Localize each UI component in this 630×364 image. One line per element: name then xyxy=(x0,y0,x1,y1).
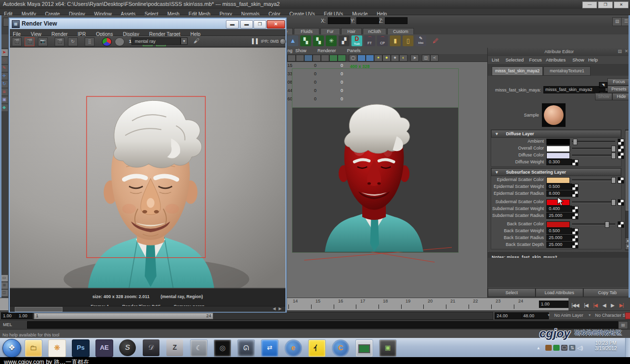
renderer-dropdown[interactable]: mental ray xyxy=(131,37,181,45)
epidermal-color-swatch[interactable] xyxy=(546,177,570,183)
tray-volume-icon[interactable]: ◁) xyxy=(577,345,583,351)
current-frame-input[interactable]: 1.00 xyxy=(539,301,568,308)
paint-select-icon[interactable]: ✎ xyxy=(0,65,8,72)
gate-mask-icon[interactable] xyxy=(321,55,329,61)
backscatter-radius-map-button[interactable] xyxy=(572,235,578,242)
separations-icon[interactable]: ≺ xyxy=(430,55,439,61)
diffuse-color-slider[interactable] xyxy=(572,154,615,156)
taskbar-camtasia-icon[interactable]: S xyxy=(119,339,136,356)
taskbar-firefox-2-icon[interactable]: C xyxy=(332,339,349,357)
taskbar-aftereffects-icon[interactable]: AE xyxy=(95,339,113,357)
taskbar-graphics-tool-icon[interactable] xyxy=(355,339,373,357)
taskbar-camcorder-icon[interactable]: ▣ xyxy=(379,339,397,357)
mel-label[interactable]: MEL xyxy=(3,322,12,327)
shelf-icon-hist[interactable]: ✎ Hist xyxy=(415,35,426,46)
presets-button[interactable]: Presets xyxy=(607,86,630,93)
render-region-icon[interactable]: 🎬 xyxy=(25,37,34,46)
mel-command-input[interactable] xyxy=(27,321,619,329)
shelf-icon-checker-4[interactable]: ▞ xyxy=(339,35,349,46)
backscatter-weight-map-button[interactable] xyxy=(572,228,578,235)
panel-menu-renderer[interactable]: Renderer xyxy=(317,48,336,53)
taskbar-maya-active-icon[interactable]: ᘏ xyxy=(237,339,255,357)
wireframe-icon[interactable]: ◯ xyxy=(349,55,357,61)
renderer-dropdown-arrow-icon[interactable]: ▾ xyxy=(181,37,188,45)
scale-tool-icon[interactable]: ⧈ xyxy=(0,89,8,95)
notes-expand-icon[interactable]: ◥ xyxy=(599,82,607,88)
shelf-icon-checker-1[interactable]: ▚ xyxy=(300,35,311,46)
overall-color-slider[interactable] xyxy=(572,148,615,150)
subdermal-color-slider[interactable] xyxy=(572,201,615,203)
y-coord-input[interactable] xyxy=(356,17,379,24)
safe-action-icon[interactable] xyxy=(338,55,346,61)
lasso-tool-icon[interactable]: ◌ xyxy=(0,57,8,64)
ambient-color-swatch[interactable] xyxy=(546,139,570,145)
backscatter-color-map-button[interactable] xyxy=(618,221,624,228)
epidermal-weight-map-button[interactable] xyxy=(572,184,578,190)
backscatter-weight-input[interactable]: 0.500 xyxy=(546,228,572,234)
shelf-icon-fluid-emitter[interactable]: ▲ xyxy=(287,35,298,46)
tab-misss-fast-skin[interactable]: misss_fast_skin_maya2 xyxy=(492,66,543,76)
subdermal-radius-input[interactable]: 25.000 xyxy=(546,212,572,219)
shelf-icon-brush[interactable]: 🖉 xyxy=(430,35,441,46)
diffuse-weight-input[interactable]: 0.300 xyxy=(546,159,572,165)
shelf-icon-cp[interactable]: ⌒ CP xyxy=(377,35,388,46)
shaded-icon[interactable] xyxy=(357,55,366,61)
tray-expand-icon[interactable]: ▲ xyxy=(536,346,540,350)
tray-clock[interactable]: 10:23 PM 3/19/2012 xyxy=(589,340,623,351)
ae-menu-selected[interactable]: Selected xyxy=(505,57,524,62)
hide-button[interactable]: Hide xyxy=(612,93,630,100)
epidermal-radius-map-button[interactable] xyxy=(572,191,578,197)
character-set-dropdown[interactable]: No Character Set xyxy=(595,313,630,318)
layout-split-icon[interactable]: ◫ xyxy=(0,290,8,296)
camera-select-icon[interactable] xyxy=(287,55,296,61)
z-coord-input[interactable] xyxy=(385,17,408,24)
diffuse-color-map-button[interactable] xyxy=(618,152,624,159)
start-button[interactable]: ❖ xyxy=(2,339,21,358)
taskbar-aim-icon[interactable]: 亻 xyxy=(308,339,326,357)
node-name-input[interactable]: misss_fast_skin_maya2 xyxy=(543,86,605,93)
res-gate-icon[interactable] xyxy=(313,55,321,61)
shadows-icon[interactable]: ◐ xyxy=(399,55,408,61)
diffuse-weight-map-button[interactable] xyxy=(572,159,578,166)
all-lights-icon[interactable]: ✶ xyxy=(374,55,382,61)
window-restore-button[interactable]: ❐ xyxy=(598,1,613,8)
layout-single-icon[interactable]: ▭ xyxy=(0,275,8,281)
anim-start-input[interactable]: 1.00 xyxy=(1,312,18,319)
backscatter-radius-input[interactable]: 25.000 xyxy=(546,235,572,241)
soft-mod-icon[interactable]: ◆ xyxy=(0,104,8,111)
notes-area[interactable] xyxy=(488,258,630,287)
epidermal-radius-input[interactable]: 8.000 xyxy=(546,190,572,197)
snapshot-icon[interactable]: 📷 xyxy=(38,37,48,46)
rv-minimize-button[interactable]: ▬ xyxy=(240,20,253,29)
paint-tools-icon[interactable]: 🖌 xyxy=(192,37,201,45)
subdermal-color-map-button[interactable] xyxy=(618,199,624,206)
rv-maximize-button[interactable]: ❐ xyxy=(253,20,266,29)
backscatter-color-swatch[interactable] xyxy=(546,221,570,228)
panel-menu-show[interactable]: Show xyxy=(295,48,307,53)
pause-ipr-icon[interactable]: ▌▌ xyxy=(252,38,260,44)
layout-four-icon[interactable]: ⊞ xyxy=(0,282,8,289)
textured-icon[interactable] xyxy=(366,55,374,61)
playback-start-input[interactable]: 1.00 xyxy=(17,312,33,319)
diffuse-color-swatch[interactable] xyxy=(546,152,570,159)
alpha-channel-icon[interactable] xyxy=(115,37,125,46)
ambient-slider[interactable] xyxy=(572,141,615,143)
charset-dropdown-arrow-icon[interactable]: ▾ xyxy=(589,313,591,317)
isolate-select-icon[interactable]: ➤ xyxy=(410,55,419,61)
pencil-region-icon[interactable]: ⣿ xyxy=(85,37,94,46)
tab-mentalray-texture[interactable]: mentalrayTexture1 xyxy=(543,66,591,76)
anim-end-input[interactable]: 48.00 xyxy=(521,312,549,319)
film-gate-icon[interactable] xyxy=(304,55,313,61)
overall-color-map-button[interactable] xyxy=(618,146,624,152)
epidermal-color-map-button[interactable] xyxy=(618,177,624,183)
ae-menu-show[interactable]: Show xyxy=(572,57,584,62)
rv-close-button[interactable]: ✕ xyxy=(267,20,285,29)
notes-bar[interactable]: Notes: misss_fast_skin_maya2 xyxy=(488,251,630,258)
render-view-titlebar[interactable]: ▦ Render View ▬ ▬ ❐ ✕ xyxy=(10,19,285,29)
select-button[interactable]: Select xyxy=(488,288,536,297)
subdermal-radius-map-button[interactable] xyxy=(572,213,578,219)
render-view-window[interactable]: ▦ Render View ▬ ▬ ❐ ✕ File View Render I… xyxy=(9,18,286,312)
range-slider-track[interactable]: 1 24 xyxy=(32,312,493,320)
tray-battery-icon[interactable] xyxy=(553,345,560,351)
backscatter-depth-map-button[interactable] xyxy=(572,242,578,248)
